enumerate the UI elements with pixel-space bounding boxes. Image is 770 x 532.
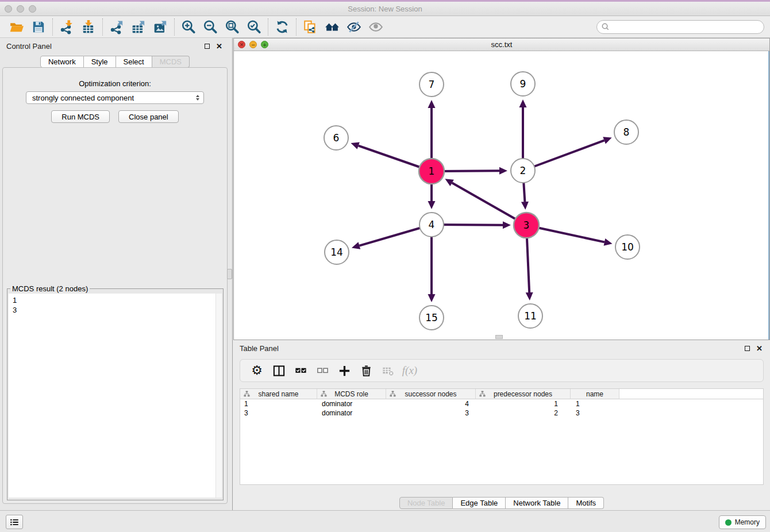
canvas-splitter-handle[interactable] bbox=[495, 335, 503, 339]
import-network-button[interactable] bbox=[56, 17, 78, 37]
table-tab-edge-table[interactable]: Edge Table bbox=[453, 497, 506, 509]
column-visibility-icon bbox=[272, 364, 286, 377]
close-panel-button[interactable]: Close panel bbox=[118, 110, 179, 123]
run-mcds-button[interactable]: Run MCDS bbox=[51, 110, 110, 123]
search-box[interactable] bbox=[596, 20, 764, 34]
graph-edge-arrow-1-4 bbox=[428, 201, 436, 209]
column-header-name[interactable]: name bbox=[571, 389, 619, 399]
table-tab-network-table[interactable]: Network Table bbox=[506, 497, 568, 509]
show-all-button[interactable] bbox=[365, 17, 387, 37]
mcds-result-area[interactable]: 1 3 bbox=[9, 294, 222, 498]
criterion-dropdown[interactable]: strongly connected component bbox=[26, 91, 204, 104]
graph-node-label-7: 7 bbox=[429, 79, 435, 90]
zoom-out-button[interactable] bbox=[199, 17, 221, 37]
cell-successor-nodes[interactable]: 3 bbox=[386, 408, 476, 418]
graph-node-label-11: 11 bbox=[524, 310, 537, 322]
graph-edge-2-8[interactable] bbox=[523, 140, 605, 171]
zoom-out-icon bbox=[203, 20, 218, 34]
table-tab-motifs[interactable]: Motifs bbox=[568, 497, 604, 509]
cell-successor-nodes[interactable]: 4 bbox=[386, 399, 476, 408]
toolbar-separator bbox=[268, 18, 268, 36]
show-all-icon bbox=[368, 20, 383, 34]
column-header-successor-nodes[interactable]: successor nodes bbox=[386, 389, 476, 399]
graph-edge-arrow-4-15 bbox=[428, 294, 436, 302]
toolbar-separator bbox=[296, 18, 297, 36]
graph-node-label-15: 15 bbox=[425, 312, 438, 323]
table-float-panel-icon[interactable] bbox=[745, 346, 750, 351]
import-table-button[interactable] bbox=[78, 17, 99, 37]
control-panel: Control Panel NetworkStyleSelectMCDS Opt… bbox=[0, 38, 230, 510]
export-table-button[interactable] bbox=[128, 17, 149, 37]
canvas-right-scrollbar[interactable] bbox=[768, 51, 769, 340]
select-all-button[interactable] bbox=[291, 361, 310, 380]
table-row[interactable]: 3dominator323 bbox=[240, 408, 763, 418]
table-row[interactable]: 1dominator411 bbox=[240, 399, 763, 408]
import-network-icon bbox=[59, 20, 74, 34]
column-header-shared-name[interactable]: shared name bbox=[240, 389, 317, 399]
export-network-icon bbox=[109, 20, 124, 34]
refresh-view-icon bbox=[275, 20, 290, 34]
table-header-row: shared nameMCDS rolesuccessor nodesprede… bbox=[240, 389, 763, 399]
float-panel-icon[interactable] bbox=[205, 44, 210, 49]
open-session-button[interactable] bbox=[6, 17, 28, 37]
network-canvas[interactable]: 7968124314101511 bbox=[234, 51, 769, 340]
tab-mcds[interactable]: MCDS bbox=[152, 56, 190, 68]
table-settings-button[interactable]: ⚙ bbox=[247, 361, 267, 380]
search-input[interactable] bbox=[612, 21, 764, 33]
result-scrollbar[interactable] bbox=[215, 294, 222, 498]
export-image-button[interactable] bbox=[149, 17, 171, 37]
gear-icon: ⚙ bbox=[251, 364, 263, 377]
tab-style[interactable]: Style bbox=[84, 56, 116, 68]
tab-network[interactable]: Network bbox=[40, 56, 84, 68]
export-network-button[interactable] bbox=[106, 17, 128, 37]
cell-predecessor-nodes[interactable]: 1 bbox=[476, 399, 571, 408]
zoom-selected-button[interactable] bbox=[243, 17, 265, 37]
table-close-panel-icon[interactable] bbox=[756, 346, 763, 351]
main-toolbar bbox=[0, 16, 770, 38]
cell-name[interactable]: 3 bbox=[571, 408, 619, 418]
first-neighbors-icon bbox=[325, 20, 340, 34]
table-tab-node-table[interactable]: Node Table bbox=[399, 497, 453, 509]
node-table: shared nameMCDS rolesuccessor nodesprede… bbox=[240, 388, 764, 485]
column-header-predecessor-nodes[interactable]: predecessor nodes bbox=[476, 389, 571, 399]
toolbar-separator bbox=[52, 18, 53, 36]
splitter-handle[interactable] bbox=[227, 269, 232, 279]
column-visibility-button[interactable] bbox=[269, 361, 288, 380]
refresh-view-button[interactable] bbox=[271, 17, 293, 37]
unselect-all-button[interactable] bbox=[313, 361, 332, 380]
cell-shared-name[interactable]: 1 bbox=[240, 399, 317, 408]
graph-node-label-9: 9 bbox=[520, 78, 526, 90]
tree-icon bbox=[244, 391, 250, 397]
zoom-fit-button[interactable] bbox=[221, 17, 243, 37]
unselect-all-icon bbox=[316, 364, 329, 377]
hide-selected-icon bbox=[346, 20, 361, 34]
show-panels-button[interactable] bbox=[6, 515, 23, 529]
graph-edge-arrow-1-6 bbox=[351, 142, 359, 149]
cell-MCDS-role[interactable]: dominator bbox=[317, 399, 386, 408]
cell-MCDS-role[interactable]: dominator bbox=[317, 408, 386, 418]
criterion-dropdown-value: strongly connected component bbox=[32, 94, 134, 102]
cell-predecessor-nodes[interactable]: 2 bbox=[476, 408, 571, 418]
save-session-button[interactable] bbox=[28, 17, 49, 37]
hide-selected-button[interactable] bbox=[343, 17, 365, 37]
graph-edge-arrow-2-8 bbox=[603, 137, 611, 144]
first-neighbors-button[interactable] bbox=[321, 17, 343, 37]
memory-button[interactable]: Memory bbox=[719, 515, 766, 529]
list-icon bbox=[9, 517, 20, 527]
delete-row-button[interactable] bbox=[356, 361, 376, 380]
graph-node-label-4: 4 bbox=[429, 219, 435, 230]
cell-name[interactable]: 1 bbox=[571, 399, 619, 408]
open-session-icon bbox=[9, 20, 24, 34]
add-row-button[interactable] bbox=[334, 361, 354, 380]
network-graph[interactable]: 7968124314101511 bbox=[234, 51, 769, 339]
cell-shared-name[interactable]: 3 bbox=[240, 408, 317, 418]
clone-network-button[interactable] bbox=[299, 17, 321, 37]
column-header-MCDS-role[interactable]: MCDS role bbox=[317, 389, 386, 399]
tree-icon bbox=[479, 391, 486, 397]
tab-select[interactable]: Select bbox=[116, 56, 152, 68]
function-icon: f(x) bbox=[402, 364, 417, 377]
network-window-titlebar[interactable]: scc.txt bbox=[234, 38, 769, 51]
graph-edge-arrow-3-11 bbox=[526, 292, 533, 300]
close-panel-icon[interactable] bbox=[216, 44, 222, 49]
zoom-in-button[interactable] bbox=[178, 17, 199, 37]
